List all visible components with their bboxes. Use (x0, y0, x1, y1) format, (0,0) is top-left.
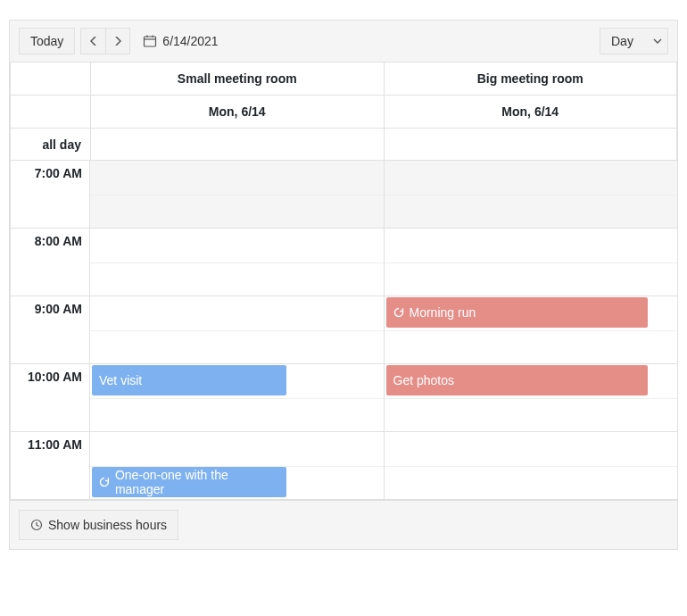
recurring-icon (393, 307, 404, 318)
event-get-photos[interactable]: Get photos (386, 365, 649, 395)
nav-group (80, 28, 130, 54)
time-label-11am: 11:00 AM (10, 432, 90, 500)
time-slot[interactable] (385, 161, 678, 229)
recurring-icon (99, 477, 110, 487)
resource-column-1: Morning run Get photos (385, 161, 678, 500)
time-column: 7:00 AM 8:00 AM 9:00 AM 10:00 AM 11:00 A… (10, 161, 90, 500)
time-slot[interactable] (90, 229, 384, 296)
time-label-9am: 9:00 AM (10, 296, 90, 364)
svg-rect-0 (145, 37, 156, 46)
calendar-icon (143, 34, 157, 48)
time-slot[interactable] (90, 296, 384, 364)
event-title: Morning run (410, 305, 476, 320)
view-select[interactable]: Day (606, 32, 653, 50)
date-picker[interactable]: 6/14/2021 (143, 34, 218, 48)
time-label-10am: 10:00 AM (10, 364, 90, 432)
all-day-slot-0[interactable] (91, 129, 385, 161)
all-day-slot-1[interactable] (384, 129, 677, 161)
today-button[interactable]: Today (19, 28, 75, 54)
date-picker-label: 6/14/2021 (162, 34, 218, 48)
time-slot[interactable] (385, 432, 678, 500)
header-empty-cell-2 (11, 96, 91, 129)
view-select-wrap: Day (600, 28, 668, 54)
clock-icon (30, 519, 43, 531)
time-slot[interactable] (385, 229, 678, 296)
next-button[interactable] (105, 28, 130, 54)
chevron-left-icon (90, 37, 97, 46)
toolbar-left: Today 6/14/2021 (19, 28, 219, 54)
event-morning-run[interactable]: Morning run (386, 297, 649, 328)
chevron-down-icon (653, 38, 662, 44)
show-business-hours-button[interactable]: Show business hours (19, 510, 178, 540)
event-one-on-one[interactable]: One-on-one with the manager (92, 467, 286, 497)
footer: Show business hours (10, 500, 677, 549)
time-slot[interactable] (90, 161, 384, 229)
day-header-0[interactable]: Mon, 6/14 (91, 96, 385, 129)
scheduler: Today 6/14/2021 Day Sma (9, 20, 678, 550)
resource-header-0: Small meeting room (91, 62, 385, 96)
resource-column-0: Vet visit One-on-one with the manager (90, 161, 385, 500)
event-title: One-on-one with the manager (115, 468, 279, 496)
prev-button[interactable] (80, 28, 105, 54)
header-empty-cell (11, 62, 91, 96)
time-label-8am: 8:00 AM (10, 229, 90, 296)
header-table: Small meeting room Big meeting room Mon,… (10, 62, 677, 161)
time-grid: 7:00 AM 8:00 AM 9:00 AM 10:00 AM 11:00 A… (10, 161, 677, 500)
event-vet-visit[interactable]: Vet visit (92, 365, 286, 395)
button-label: Show business hours (48, 518, 167, 532)
time-label-7am: 7:00 AM (10, 161, 90, 229)
event-title: Vet visit (99, 373, 142, 387)
all-day-label: all day (11, 129, 91, 161)
toolbar: Today 6/14/2021 Day (10, 21, 677, 62)
event-title: Get photos (393, 373, 455, 387)
chevron-right-icon (114, 37, 121, 46)
day-header-1[interactable]: Mon, 6/14 (384, 96, 677, 129)
resource-header-1: Big meeting room (384, 62, 677, 96)
